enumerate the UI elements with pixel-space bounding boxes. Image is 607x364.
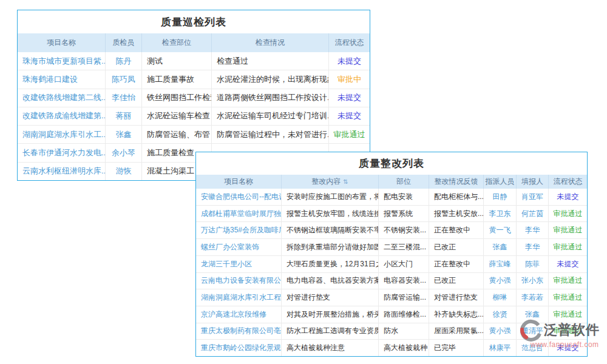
cell-reporter[interactable]: 李若若 [516,289,548,306]
cell-feedback: 已改正 [429,239,483,255]
column-header-label: 流程状态 [335,38,364,48]
cell-part: 二至三楼混... [378,239,429,255]
cell-content: 对其及时开展整治措施，桥头... [281,306,378,323]
cell-reporter[interactable]: 何芷茵 [516,206,548,222]
cell-reporter[interactable]: 陈菲 [516,256,548,272]
cell-project[interactable]: 改建铁路成渝线增建第... [18,107,105,125]
cell-part: 防腐管运输、布管 [141,126,211,143]
cell-assignee[interactable]: 徐贤 [483,306,516,323]
cell-content: 报警主机安放牢固，线缆连接... [281,206,378,222]
column-header-project: 项目名称 [196,175,281,189]
cell-assignee[interactable]: 黄一飞 [483,222,516,238]
table-row: 云南电力设备安装有限公司20...电力电容器、电抗器安装方案,...电容器安装.… [196,272,587,289]
cell-reporter[interactable]: 肖亚军 [516,189,548,205]
cell-project[interactable]: 重庆市鹅岭公园绿化景观提升... [196,340,281,356]
cell-feedback: 已改正 [429,273,483,289]
quality-rectification-header-row: 项目名称整改内容⇅部位整改情况反馈指派人员填报人流程状态 [196,175,587,189]
column-header-content[interactable]: 整改内容⇅ [281,175,378,189]
cell-assignee[interactable]: 田静 [483,189,516,205]
cell-assignee[interactable]: 柳琳 [483,289,516,306]
column-header-label: 检查部位 [162,38,191,48]
table-row: 湖南洞庭湖水库引水工程施工I标对管进行垫支防腐管运输...对管进行垫支柳琳李若若… [196,289,587,306]
cell-inspector[interactable]: 蒋丽 [105,107,141,125]
cell-project[interactable]: 安徽合肥供电公司--配电设备... [196,189,281,205]
column-header-reporter: 填报人 [516,175,548,189]
cell-inspector[interactable]: 陈巧凤 [105,70,141,88]
column-header-label: 填报人 [521,177,543,187]
sort-icon[interactable]: ⇅ [343,179,348,185]
status-badge: 未提交 [328,107,370,125]
cell-project[interactable]: 万达广场35#会所及咖啡厅空... [196,222,281,238]
cell-feedback: 报警主机安放... [429,206,483,222]
cell-project[interactable]: 成都杜甫草堂临时展厅独立展... [196,206,281,222]
table-row: 珠海市城市更新项目紫...陈丹测试检查通过未提交 [18,52,370,70]
cell-content: 拆除到承重墙部分请做好加固... [281,239,378,255]
cell-feedback: 屋面采用聚氯... [429,323,483,340]
fanpu-brand-row: 泛普软件 [518,318,607,342]
column-header-feedback: 整改情况反馈 [429,175,483,189]
cell-feedback: 正在整改中 [429,256,483,272]
column-header-label: 质检员 [113,38,135,48]
cell-project[interactable]: 螺丝厂办公室装饰 [196,239,281,255]
cell-assignee[interactable]: 黄小强 [483,273,516,289]
cell-part: 水泥砼运输车检查 [141,107,211,125]
cell-situation: 水泥砼灌注的时候，出现离析现象 [211,70,328,88]
column-header-status: 流程状态 [548,175,587,189]
cell-inspector[interactable]: 游恢 [105,163,141,180]
cell-project[interactable]: 改建铁路线增建第二线... [18,89,105,107]
cell-content: 不锈钢边框玻璃隔断安装不牢... [281,222,378,238]
cell-content: 安装时应按施工图的布置，将... [281,189,378,205]
cell-inspector[interactable]: 余小琴 [105,144,141,161]
cell-part: 报警系统 [378,206,429,222]
status-badge: 未提交 [548,189,587,205]
cell-part: 高大植被栽种 [378,340,429,356]
cell-feedback: 补齐缺失标志... [429,306,483,323]
cell-project[interactable]: 云南水利枢纽潜明水库... [18,163,105,180]
quality-inspection-header-row: 项目名称质检员检查部位检查情况流程状态 [18,33,370,52]
cell-project[interactable]: 珠海鹤港口建设 [18,70,105,88]
cell-feedback: 正在整改中 [429,222,483,238]
cell-project[interactable]: 湖南洞庭湖水库引水工... [18,126,105,143]
status-badge: 审批通过 [328,126,370,143]
cell-content: 高大植被栽种注意 [281,340,378,356]
cell-assignee[interactable]: 薛宝峰 [483,256,516,272]
cell-inspector[interactable]: 陈丹 [105,52,141,70]
cell-part: 电容器安装... [378,273,429,289]
cell-project[interactable]: 珠海市城市更新项目紫... [18,52,105,70]
cell-reporter[interactable]: 张小东 [516,273,548,289]
column-header-situation: 检查情况 [211,33,328,52]
table-row: 珠海鹤港口建设陈巧凤施工质量事故水泥砼灌注的时候，出现离析现象审批中 [18,70,370,88]
cell-situation: 检查通过 [211,52,328,70]
column-header-status: 流程状态 [328,33,370,52]
cell-assignee[interactable]: 林康平 [483,340,516,356]
column-header-label: 部位 [396,177,411,187]
cell-content: 对管进行垫支 [281,289,378,306]
cell-assignee[interactable]: 黄小强 [483,323,516,340]
cell-project[interactable]: 湖南洞庭湖水库引水工程施工I标 [196,289,281,306]
cell-reporter[interactable]: 李华 [516,222,548,238]
cell-situation: 道路两侧铁丝网围挡工作按设计... [211,89,328,107]
cell-project[interactable]: 云南电力设备安装有限公司20... [196,273,281,289]
cell-part: 防水 [378,323,429,340]
cell-project[interactable]: 龙湖三千里小区 [196,256,281,272]
status-badge: 审批通过 [548,289,587,306]
cell-assignee[interactable]: 张鑫 [483,239,516,255]
table-row: 安徽合肥供电公司--配电设备...安装时应按施工图的布置，将...配电安装配电柜… [196,189,587,205]
status-badge: 审批中 [328,70,370,88]
cell-project[interactable]: 长春市伊通河水力发电... [18,144,105,161]
cell-reporter[interactable]: 李华 [516,239,548,255]
table-row: 螺丝厂办公室装饰拆除到承重墙部分请做好加固...二至三楼混...已改正张鑫李华审… [196,238,587,255]
fanpu-watermark: 泛普软件 www.fanpusoft.com [518,318,607,349]
column-header-label: 流程状态 [554,177,583,187]
cell-project[interactable]: 京沪高速北京段维修 [196,306,281,323]
fanpu-logo-icon [518,318,543,342]
cell-inspector[interactable]: 李佳怡 [105,89,141,107]
column-header-label: 整改内容 [311,177,341,187]
cell-inspector[interactable]: 张鑫 [105,126,141,143]
cell-project[interactable]: 重庆太极制药有限公司亳州中... [196,323,281,340]
column-header-assignee: 指派人员 [483,175,516,189]
column-header-part: 部位 [378,175,429,189]
status-badge: 未提交 [548,256,587,272]
fanpu-brand-name: 泛普软件 [544,321,600,339]
cell-assignee[interactable]: 李卫东 [483,206,516,222]
